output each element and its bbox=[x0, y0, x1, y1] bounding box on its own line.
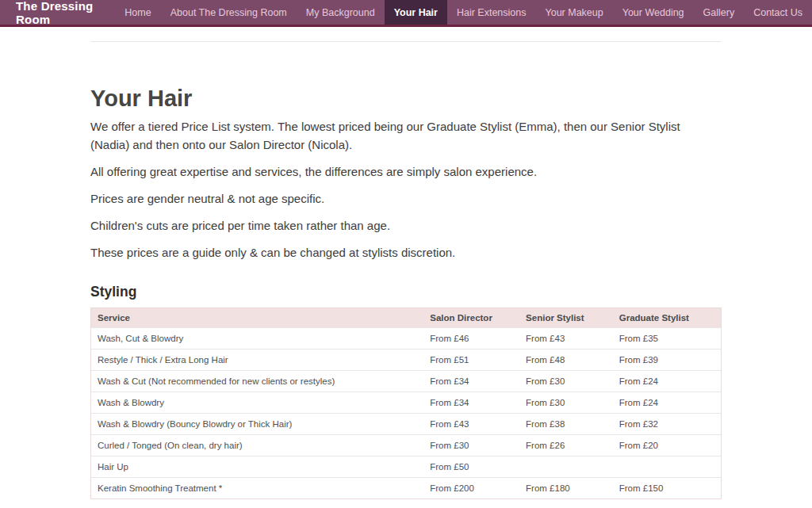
service-cell: Wash, Cut & Blowdry bbox=[91, 328, 424, 349]
main-content: Your Hair We offer a tiered Price List s… bbox=[90, 41, 722, 499]
nav-item-your-wedding[interactable]: Your Wedding bbox=[613, 0, 694, 25]
nav-item-gallery[interactable]: Gallery bbox=[694, 0, 745, 25]
salon-director-price: From £30 bbox=[423, 435, 519, 456]
table-body: Wash, Cut & BlowdryFrom £46From £43From … bbox=[91, 328, 722, 499]
table-row-wash-blowdry-bouncy-blowdry-or-thick-hair: Wash & Blowdry (Bouncy Blowdry or Thick … bbox=[91, 414, 722, 435]
column-header-graduate-stylist: Graduate Stylist bbox=[613, 308, 722, 328]
graduate-stylist-price bbox=[613, 456, 722, 478]
intro-paragraph-5: These prices are a guide only & can be c… bbox=[90, 243, 722, 262]
salon-director-price: From £51 bbox=[423, 349, 519, 371]
graduate-stylist-price: From £20 bbox=[613, 435, 722, 456]
senior-stylist-price: From £180 bbox=[519, 478, 613, 499]
salon-director-price: From £34 bbox=[423, 371, 519, 392]
page-title: Your Hair bbox=[90, 86, 722, 111]
intro-paragraphs: We offer a tiered Price List system. The… bbox=[90, 117, 722, 262]
service-cell: Hair Up bbox=[91, 456, 424, 478]
nav-item-hair-extensions[interactable]: Hair Extensions bbox=[447, 0, 536, 25]
salon-director-price: From £43 bbox=[423, 414, 519, 435]
nav-item-about-the-dressing-room[interactable]: About The Dressing Room bbox=[161, 0, 297, 25]
salon-director-price: From £200 bbox=[423, 478, 519, 499]
table-row-curled-tonged-on-clean-dry-hair: Curled / Tonged (On clean, dry hair)From… bbox=[91, 435, 722, 456]
styling-section-heading: Styling bbox=[90, 284, 722, 300]
table-row-hair-up: Hair UpFrom £50 bbox=[91, 456, 722, 478]
service-cell: Wash & Cut (Not recommended for new clie… bbox=[91, 371, 424, 392]
nav-items: HomeAbout The Dressing RoomMy Background… bbox=[115, 0, 812, 25]
table-header-row: Service Salon Director Senior Stylist Gr… bbox=[91, 308, 722, 328]
table-row-wash-blowdry: Wash & BlowdryFrom £34From £30From £24 bbox=[91, 392, 722, 414]
service-cell: Wash & Blowdry bbox=[91, 392, 424, 414]
service-cell: Restyle / Thick / Extra Long Hair bbox=[91, 349, 424, 371]
graduate-stylist-price: From £24 bbox=[613, 392, 722, 414]
intro-paragraph-4: Children's cuts are priced per time take… bbox=[90, 216, 722, 235]
table-row-restyle-thick-extra-long-hair: Restyle / Thick / Extra Long HairFrom £5… bbox=[91, 349, 722, 371]
intro-paragraph-1: We offer a tiered Price List system. The… bbox=[90, 117, 722, 154]
table-row-wash-cut-blowdry: Wash, Cut & BlowdryFrom £46From £43From … bbox=[91, 328, 722, 349]
nav-item-your-makeup[interactable]: Your Makeup bbox=[536, 0, 613, 25]
service-cell: Curled / Tonged (On clean, dry hair) bbox=[91, 435, 424, 456]
intro-paragraph-2: All offering great expertise and service… bbox=[90, 162, 722, 181]
nav-item-your-hair[interactable]: Your Hair bbox=[385, 0, 447, 25]
senior-stylist-price bbox=[519, 456, 613, 478]
table-row-keratin-smoothing-treatment: Keratin Smoothing Treatment *From £200Fr… bbox=[91, 478, 722, 499]
styling-price-table: Service Salon Director Senior Stylist Gr… bbox=[90, 307, 722, 499]
graduate-stylist-price: From £35 bbox=[613, 328, 722, 349]
senior-stylist-price: From £30 bbox=[519, 371, 613, 392]
senior-stylist-price: From £30 bbox=[519, 392, 613, 414]
graduate-stylist-price: From £24 bbox=[613, 371, 722, 392]
senior-stylist-price: From £38 bbox=[519, 414, 613, 435]
service-cell: Keratin Smoothing Treatment * bbox=[91, 478, 424, 499]
intro-paragraph-3: Prices are gender neutral & not age spec… bbox=[90, 189, 722, 208]
graduate-stylist-price: From £150 bbox=[613, 478, 722, 499]
nav-item-home[interactable]: Home bbox=[115, 0, 160, 25]
graduate-stylist-price: From £39 bbox=[613, 349, 722, 371]
senior-stylist-price: From £48 bbox=[519, 349, 613, 371]
column-header-senior-stylist: Senior Stylist bbox=[519, 308, 613, 328]
salon-director-price: From £50 bbox=[423, 456, 519, 478]
service-cell: Wash & Blowdry (Bouncy Blowdry or Thick … bbox=[91, 414, 424, 435]
nav-item-contact-us[interactable]: Contact Us bbox=[744, 0, 812, 25]
brand-link[interactable]: The Dressing Room bbox=[0, 0, 115, 25]
table-row-wash-cut-not-recommended-for-new-clients-or-restyles: Wash & Cut (Not recommended for new clie… bbox=[91, 371, 722, 392]
senior-stylist-price: From £26 bbox=[519, 435, 613, 456]
salon-director-price: From £46 bbox=[423, 328, 519, 349]
column-header-service: Service bbox=[91, 308, 424, 328]
graduate-stylist-price: From £32 bbox=[613, 414, 722, 435]
top-navbar: The Dressing Room HomeAbout The Dressing… bbox=[0, 0, 812, 27]
salon-director-price: From £34 bbox=[423, 392, 519, 414]
senior-stylist-price: From £43 bbox=[519, 328, 613, 349]
column-header-salon-director: Salon Director bbox=[423, 308, 519, 328]
nav-item-my-background[interactable]: My Background bbox=[297, 0, 385, 25]
